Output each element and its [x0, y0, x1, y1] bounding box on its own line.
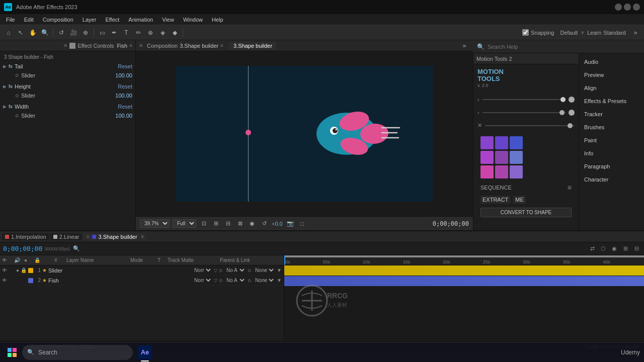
extract-btn[interactable]: EXTRACT	[480, 196, 510, 204]
menu-edit[interactable]: Edit	[20, 16, 38, 24]
panel-preview[interactable]: Preview	[579, 68, 644, 81]
tail-slider-value[interactable]: 100.00	[115, 72, 132, 78]
text-tool[interactable]: T	[121, 27, 132, 38]
color-swatch-1[interactable]	[480, 136, 494, 149]
color-swatch-6[interactable]	[510, 151, 523, 164]
rotate-tool[interactable]: ↺	[56, 27, 67, 38]
motion-path-dot[interactable]	[246, 130, 251, 135]
menu-layer[interactable]: Layer	[78, 16, 101, 24]
grid-btn[interactable]: ⊠	[235, 219, 245, 228]
comp-active-tab[interactable]: 3.Shape builder	[229, 42, 276, 50]
slider-parent-select[interactable]: None	[253, 267, 275, 274]
tab-shape-builder[interactable]: ✕ 3.Shape builder ≡	[83, 233, 147, 240]
menu-composition[interactable]: Composition	[39, 16, 77, 24]
panel-effects-presets[interactable]: Effects & Presets	[579, 95, 644, 108]
comp-panel-menu[interactable]: ≡	[220, 43, 223, 48]
comp-close-btn[interactable]: ✕	[139, 43, 143, 48]
fish-track-select[interactable]: No A	[224, 277, 246, 284]
hand-tool[interactable]: ✋	[27, 27, 38, 38]
height-slider-value[interactable]: 100.00	[115, 93, 132, 99]
timeline-bar-fish[interactable]	[284, 276, 644, 286]
menu-window[interactable]: Window	[179, 16, 207, 24]
height-reset[interactable]: Reset	[118, 83, 132, 89]
minimize-button[interactable]: ─	[615, 4, 622, 11]
panel-paint[interactable]: Paint	[579, 134, 644, 147]
expand-panels-btn[interactable]: »	[459, 40, 470, 51]
panel-paragraph[interactable]: Paragraph	[579, 160, 644, 173]
search-help-input[interactable]	[488, 44, 640, 50]
x-chevron[interactable]: ✕	[477, 122, 482, 129]
pixel-aspect-btn[interactable]: ⊞	[211, 219, 220, 228]
snapping-checkbox[interactable]	[522, 29, 529, 36]
tail-reset[interactable]: Reset	[118, 63, 132, 69]
comp-flowchart-btn[interactable]: ⊟	[632, 244, 641, 253]
slider-dropdown[interactable]: ▼	[277, 267, 282, 273]
fish-visibility[interactable]: 👁	[2, 278, 7, 283]
width-reset[interactable]: Reset	[118, 104, 132, 110]
panel-align[interactable]: Align	[579, 81, 644, 95]
select-tool[interactable]: ↖	[15, 27, 26, 38]
motion-blur-btn[interactable]: ◉	[610, 244, 619, 253]
width-expand[interactable]: ▶	[3, 104, 7, 109]
slider-visibility[interactable]: 👁	[2, 267, 7, 273]
panel-tracker[interactable]: Tracker	[579, 108, 644, 121]
timeline-tab-menu[interactable]: ≡	[141, 234, 144, 239]
fish-dropdown[interactable]: ▼	[277, 278, 282, 283]
height-expand[interactable]: ▶	[3, 84, 7, 89]
playhead[interactable]	[284, 255, 285, 265]
show-snapshot-btn[interactable]: □	[298, 219, 307, 228]
paint-tool[interactable]: ✏	[133, 27, 144, 38]
menu-help[interactable]: Help	[208, 16, 227, 24]
camera-tool[interactable]: 🎥	[68, 27, 79, 38]
panel-info[interactable]: Info	[579, 147, 644, 160]
tab-close-shape-builder[interactable]: ✕	[86, 234, 90, 239]
panel-menu-btn[interactable]: ≡	[129, 43, 132, 48]
color-swatch-9[interactable]	[510, 165, 523, 178]
panel-brushes[interactable]: Brushes	[579, 121, 644, 134]
snapshot-btn[interactable]: 📷	[286, 219, 295, 228]
tab-interpolation[interactable]: 1.Interpolation	[2, 233, 49, 240]
pen-tool[interactable]: ✒	[109, 27, 120, 38]
right-chevron[interactable]: ›	[477, 110, 479, 116]
slider-track-select[interactable]: No A	[224, 267, 246, 274]
timeline-bar-slider[interactable]	[284, 265, 644, 276]
color-swatch-7[interactable]	[480, 165, 494, 178]
me-btn[interactable]: ME	[513, 196, 526, 204]
fish-mode-select[interactable]: Norr	[192, 277, 212, 284]
slider-mode-select[interactable]: Norr	[192, 267, 212, 274]
color-swatch-4[interactable]	[480, 151, 494, 164]
overlay-btn[interactable]: ◉	[248, 219, 257, 228]
taskbar-ae-icon[interactable]: Ae	[135, 342, 155, 363]
draft-3d-btn[interactable]: ⬡	[599, 244, 608, 253]
toolbar-learn-label[interactable]: Learn	[587, 30, 601, 36]
fit-to-view-btn[interactable]: ⊡	[199, 219, 208, 228]
fish-star[interactable]: ★	[42, 278, 47, 283]
rect-tool[interactable]: ▭	[97, 27, 108, 38]
slider-lock[interactable]: 🔒	[21, 267, 27, 273]
quality-select[interactable]: Full	[173, 219, 196, 228]
transfer-controls-btn[interactable]: ⇄	[588, 244, 597, 253]
puppet-tool[interactable]: ◈	[157, 27, 168, 38]
menu-effect[interactable]: Effect	[101, 16, 123, 24]
slider-solo[interactable]: ●	[16, 267, 19, 273]
zoom-select[interactable]: 39.7%	[140, 219, 170, 228]
shape-tool[interactable]: ◆	[169, 27, 180, 38]
search-layer-btn[interactable]: 🔍	[72, 244, 81, 253]
maximize-button[interactable]: □	[624, 4, 631, 11]
convert-to-shape-btn[interactable]: CONVERT TO SHAPE	[480, 208, 572, 217]
menu-animation[interactable]: Animation	[124, 16, 157, 24]
menu-view[interactable]: View	[158, 16, 178, 24]
color-swatch-2[interactable]	[495, 136, 508, 149]
width-slider-value[interactable]: 100.00	[115, 113, 132, 119]
close-button[interactable]: ✕	[633, 4, 640, 11]
panel-character[interactable]: Character	[579, 173, 644, 186]
color-swatch-8[interactable]	[495, 165, 508, 178]
guides-btn[interactable]: ⊟	[223, 219, 232, 228]
frame-blending-btn[interactable]: ⊞	[621, 244, 630, 253]
reset-exposure-btn[interactable]: ↺	[260, 219, 269, 228]
expand-toolbar-btn[interactable]: »	[630, 27, 641, 38]
menu-file[interactable]: File	[2, 16, 19, 24]
home-tool[interactable]: ⌂	[3, 27, 14, 38]
panel-audio[interactable]: Audio	[579, 55, 644, 68]
tail-expand[interactable]: ▶	[3, 64, 7, 69]
